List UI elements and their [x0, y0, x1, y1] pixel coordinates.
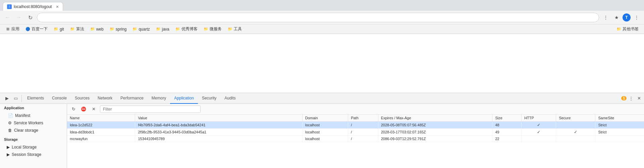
col-header-expires[interactable]: Expires / Max-Age: [378, 115, 492, 122]
devtools-panel: ▶ ▭ Elements Console Sources Network Per…: [0, 93, 644, 168]
table-row[interactable]: mcrwayfun1534410945789localhost/2086-09-…: [67, 136, 644, 142]
bookmark-quartz-label: quartz: [139, 27, 150, 32]
refresh-button[interactable]: ↻: [25, 13, 35, 22]
col-header-size[interactable]: Size: [492, 115, 522, 122]
table-row[interactable]: Idea-1c2d522f4b76f93-2da6-4af4-bea1-bda3…: [67, 122, 644, 129]
bookmark-apps-label: 应用: [11, 26, 19, 32]
inspect-element-button[interactable]: ▶: [3, 95, 11, 102]
bookmark-baidu[interactable]: 🔵 百度一下: [23, 26, 50, 33]
refresh-cookies-button[interactable]: ↻: [70, 106, 77, 113]
manifest-icon: 📄: [8, 113, 13, 118]
tab-memory-label: Memory: [152, 96, 166, 100]
devtools-body: Application 📄 Manifest ⚙ Service Workers…: [0, 104, 644, 168]
bookmark-web[interactable]: 📁 web: [88, 26, 106, 32]
bookmark-button[interactable]: ★: [612, 13, 621, 22]
other-bookmarks-label: 其他书签: [623, 26, 639, 32]
devtools-close-button[interactable]: ✕: [635, 95, 643, 102]
browser-chrome: l localhost:8080/logout × ← → ↻ localhos…: [0, 0, 644, 34]
col-header-samesite[interactable]: SameSite: [595, 115, 644, 122]
other-bookmarks-icon: 📁: [616, 27, 621, 32]
apps-icon: ⊞: [5, 27, 10, 32]
tab-performance[interactable]: Performance: [116, 93, 148, 104]
bookmark-spring-label: spring: [116, 27, 127, 32]
bookmark-suanfa-label: 算法: [76, 26, 84, 32]
tab-console[interactable]: Console: [48, 93, 71, 104]
cookie-toolbar: ↻ ⛔ ✕: [67, 104, 644, 115]
col-header-domain[interactable]: Domain: [302, 115, 348, 122]
tab-close-button[interactable]: ×: [56, 4, 59, 9]
col-header-secure[interactable]: Secure: [556, 115, 595, 122]
sidebar-service-workers-label: Service Workers: [14, 121, 43, 125]
sidebar-application-header[interactable]: Application: [0, 104, 67, 112]
tab-audits-label: Audits: [224, 96, 235, 100]
forward-button[interactable]: →: [14, 13, 23, 22]
bookmark-java[interactable]: 📁 java: [153, 26, 172, 32]
sidebar-clear-storage-label: Clear storage: [14, 128, 38, 133]
sidebar-item-local-storage[interactable]: ▶ Local Storage: [0, 143, 67, 151]
clear-cookies-button[interactable]: ⛔: [80, 106, 87, 113]
bookmark-git[interactable]: 📁 git: [51, 26, 67, 32]
service-workers-icon: ⚙: [8, 121, 12, 125]
quartz-icon: 📁: [132, 27, 137, 32]
bookmark-web-label: web: [96, 27, 104, 32]
col-header-value[interactable]: Value: [135, 115, 302, 122]
tab-console-label: Console: [52, 96, 67, 100]
devtools-tab-bar: ▶ ▭ Elements Console Sources Network Per…: [0, 93, 644, 104]
sidebar-item-clear-storage[interactable]: 🗑 Clear storage: [0, 127, 67, 134]
spring-icon: 📁: [110, 27, 114, 32]
tab-sources[interactable]: Sources: [71, 93, 94, 104]
bookmark-gongju-label: 工具: [234, 26, 242, 32]
col-header-http[interactable]: HTTP: [522, 115, 556, 122]
tab-application[interactable]: Application: [170, 93, 198, 104]
sidebar-session-storage-label: Session Storage: [12, 152, 41, 157]
col-header-path[interactable]: Path: [348, 115, 378, 122]
active-tab[interactable]: l localhost:8080/logout ×: [3, 2, 63, 11]
bookmark-apps[interactable]: ⊞ 应用: [3, 26, 22, 33]
bookmark-youxiuboke-label: 优秀博客: [181, 26, 198, 32]
tab-elements[interactable]: Elements: [23, 93, 48, 104]
filter-input[interactable]: [100, 106, 201, 113]
address-input[interactable]: localhost:8080/logout: [37, 13, 599, 22]
tab-favicon: l: [7, 4, 12, 9]
gongju-icon: 📁: [228, 27, 232, 32]
tab-audits[interactable]: Audits: [220, 93, 239, 104]
bookmark-quartz[interactable]: 📁 quartz: [130, 26, 152, 32]
weifuwu-icon: 📁: [204, 27, 208, 32]
devtools-right-controls: 1 ⋮ ✕: [621, 95, 643, 102]
sidebar-item-session-storage[interactable]: ▶ Session Storage: [0, 151, 67, 158]
sidebar-item-manifest[interactable]: 📄 Manifest: [0, 112, 67, 119]
storage-section-label: Storage: [4, 137, 18, 141]
sidebar-manifest-label: Manifest: [15, 113, 30, 118]
address-bar-row: ← → ↻ localhost:8080/logout ⋮ ★ T ⋮: [0, 11, 644, 24]
profile-icon[interactable]: T: [623, 13, 631, 22]
extensions-button[interactable]: ⋮: [601, 13, 610, 22]
bookmarks-bar: ⊞ 应用 🔵 百度一下 📁 git 📁 算法 📁 web 📁 spring 📁 …: [0, 24, 644, 34]
tab-application-label: Application: [174, 96, 194, 100]
tab-memory[interactable]: Memory: [148, 93, 170, 104]
bookmark-suanfa[interactable]: 📁 算法: [67, 26, 87, 33]
sidebar-item-service-workers[interactable]: ⚙ Service Workers: [0, 119, 67, 127]
more-button[interactable]: ⋮: [632, 13, 641, 22]
toolbar-right-icons: ⋮ ★ T ⋮: [601, 13, 641, 22]
devtools-more-button[interactable]: ⋮: [627, 95, 635, 102]
device-toggle-button[interactable]: ▭: [12, 95, 19, 102]
col-header-name[interactable]: Name: [67, 115, 135, 122]
delete-cookie-button[interactable]: ✕: [90, 106, 97, 113]
bookmark-gongju[interactable]: 📁 工具: [225, 26, 245, 33]
session-storage-expand-icon: ▶: [7, 152, 10, 157]
bookmark-youxiuboke[interactable]: 📁 优秀博客: [173, 26, 200, 33]
tab-performance-label: Performance: [120, 96, 144, 100]
warning-badge: 1: [621, 96, 627, 100]
table-row[interactable]: Idea-dd3bbdc12f98c2fb-9533-41e3-9445-03d…: [67, 129, 644, 136]
tab-security[interactable]: Security: [198, 93, 220, 104]
bookmark-spring[interactable]: 📁 spring: [107, 26, 129, 32]
other-bookmarks[interactable]: 📁 其他书签: [614, 26, 641, 33]
application-section-label: Application: [4, 106, 24, 110]
sidebar-storage-header: Storage: [0, 135, 67, 143]
tab-network[interactable]: Network: [94, 93, 116, 104]
back-button[interactable]: ←: [3, 13, 12, 22]
tab-network-label: Network: [98, 96, 112, 100]
bookmark-weifuwu[interactable]: 📁 微服务: [201, 26, 224, 33]
tab-security-label: Security: [202, 96, 216, 100]
sidebar-local-storage-label: Local Storage: [12, 145, 37, 150]
